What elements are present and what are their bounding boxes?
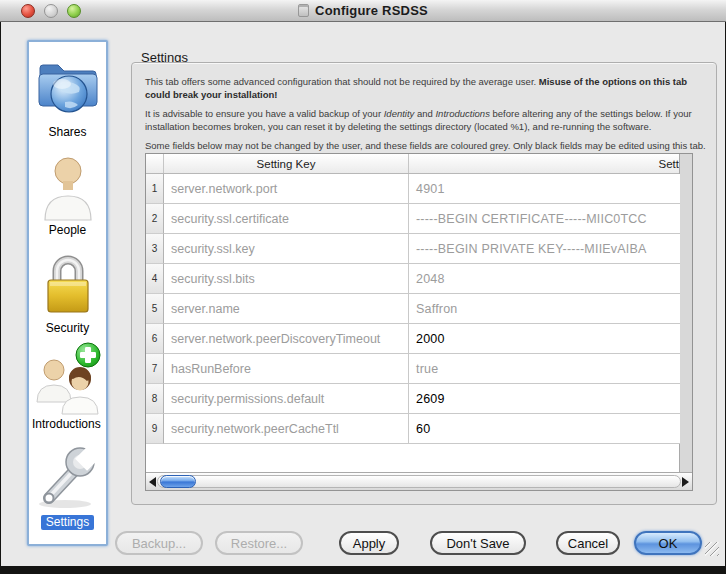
- apply-button[interactable]: Apply: [339, 531, 399, 555]
- setting-value-cell[interactable]: true: [409, 354, 680, 384]
- zoom-button[interactable]: [67, 4, 81, 18]
- sidebar-item-shares[interactable]: Shares: [29, 52, 106, 139]
- backup-button[interactable]: Backup...: [115, 531, 203, 555]
- setting-value-cell[interactable]: Saffron: [409, 294, 680, 324]
- setting-value-cell[interactable]: 60: [409, 414, 680, 444]
- table-row: 8security.permissions.default2609: [146, 384, 680, 414]
- setting-value-column-header[interactable]: Sett: [409, 154, 680, 173]
- setting-key-cell[interactable]: security.ssl.certificate: [164, 204, 409, 234]
- shares-folder-globe-icon: [35, 52, 101, 124]
- row-number-column-header[interactable]: [146, 154, 164, 173]
- scroll-right-arrow-icon[interactable]: [682, 477, 689, 487]
- setting-value-cell[interactable]: 2048: [409, 264, 680, 294]
- setting-value-cell[interactable]: 2609: [409, 384, 680, 414]
- setting-key-cell[interactable]: hasRunBefore: [164, 354, 409, 384]
- warning-paragraph: This tab offers some advanced configurat…: [145, 76, 707, 101]
- row-number-cell[interactable]: 1: [146, 174, 164, 204]
- table-row: 9security.network.peerCacheTtl60: [146, 414, 680, 444]
- sidebar-item-security[interactable]: Security: [29, 248, 106, 335]
- backup-advice-paragraph: It is advisable to ensure you have a val…: [145, 108, 707, 133]
- setting-value-cell[interactable]: 4901: [409, 174, 680, 204]
- horizontal-scrollbar-thumb[interactable]: [160, 475, 196, 488]
- person-icon: [40, 150, 96, 222]
- row-number-cell[interactable]: 2: [146, 204, 164, 234]
- row-number-cell[interactable]: 7: [146, 354, 164, 384]
- minimize-button[interactable]: [44, 4, 58, 18]
- setting-value-cell[interactable]: -----BEGIN PRIVATE KEY-----MIIEvAIBA: [409, 234, 680, 264]
- table-row: 7hasRunBeforetrue: [146, 354, 680, 384]
- setting-value-cell[interactable]: 2000: [409, 324, 680, 354]
- table-row: 1server.network.port4901: [146, 174, 680, 204]
- setting-key-cell[interactable]: security.ssl.key: [164, 234, 409, 264]
- table-header: Setting Key Sett: [146, 154, 680, 174]
- cancel-button[interactable]: Cancel: [556, 531, 620, 555]
- resize-grip[interactable]: [705, 542, 719, 556]
- setting-key-cell[interactable]: security.permissions.default: [164, 384, 409, 414]
- setting-key-column-header[interactable]: Setting Key: [164, 154, 409, 173]
- settings-description: This tab offers some advanced configurat…: [145, 76, 707, 160]
- row-number-cell[interactable]: 6: [146, 324, 164, 354]
- table-row: 3security.ssl.key-----BEGIN PRIVATE KEY-…: [146, 234, 680, 264]
- table-row: 4security.ssl.bits2048: [146, 264, 680, 294]
- window-proxy-icon: [298, 4, 309, 17]
- sidebar-nav: Shares People: [27, 40, 108, 546]
- table-rows: 1server.network.port49012security.ssl.ce…: [146, 174, 680, 444]
- settings-table: Setting Key Sett 1server.network.port490…: [145, 153, 693, 491]
- setting-key-cell[interactable]: server.network.port: [164, 174, 409, 204]
- sidebar-item-label: Introductions: [29, 417, 101, 431]
- wrench-icon: [35, 442, 101, 514]
- restore-button[interactable]: Restore...: [215, 531, 303, 555]
- sidebar-item-settings[interactable]: Settings: [29, 442, 106, 530]
- window-title: Configure RSDSS: [315, 3, 428, 18]
- row-number-cell[interactable]: 5: [146, 294, 164, 324]
- sidebar-item-label: People: [49, 223, 86, 237]
- row-number-cell[interactable]: 4: [146, 264, 164, 294]
- sidebar-item-label: Shares: [48, 125, 86, 139]
- table-row: 6server.network.peerDiscoveryTimeout2000: [146, 324, 680, 354]
- row-number-cell[interactable]: 9: [146, 414, 164, 444]
- sidebar-item-label: Settings: [41, 515, 94, 530]
- grey-fields-paragraph: Some fields below may not be changed by …: [145, 140, 707, 153]
- setting-key-cell[interactable]: security.network.peerCacheTtl: [164, 414, 409, 444]
- ok-button[interactable]: OK: [634, 531, 702, 555]
- setting-value-cell[interactable]: -----BEGIN CERTIFICATE-----MIIC0TCC: [409, 204, 680, 234]
- vertical-scrollbar-track: [679, 154, 692, 472]
- title-bar[interactable]: Configure RSDSS: [0, 0, 726, 22]
- close-button[interactable]: [21, 4, 35, 18]
- window-body: Shares People: [1, 22, 725, 566]
- setting-key-cell[interactable]: server.network.peerDiscoveryTimeout: [164, 324, 409, 354]
- horizontal-scrollbar[interactable]: [146, 472, 692, 490]
- table-row: 5server.nameSaffron: [146, 294, 680, 324]
- row-number-cell[interactable]: 3: [146, 234, 164, 264]
- scroll-left-arrow-icon[interactable]: [149, 477, 156, 487]
- setting-key-cell[interactable]: server.name: [164, 294, 409, 324]
- horizontal-scrollbar-track[interactable]: [157, 475, 681, 488]
- dont-save-button[interactable]: Don't Save: [430, 531, 526, 555]
- settings-groupbox: This tab offers some advanced configurat…: [131, 62, 717, 505]
- configure-rsdss-window: Configure RSDSS: [0, 0, 726, 574]
- sidebar-item-introductions[interactable]: Introductions: [29, 344, 106, 431]
- sidebar-item-people[interactable]: People: [29, 150, 106, 237]
- people-add-icon: [33, 344, 103, 416]
- setting-key-cell[interactable]: security.ssl.bits: [164, 264, 409, 294]
- sidebar-item-label: Security: [46, 321, 89, 335]
- row-number-cell[interactable]: 8: [146, 384, 164, 414]
- padlock-icon: [39, 248, 97, 320]
- table-row: 2security.ssl.certificate-----BEGIN CERT…: [146, 204, 680, 234]
